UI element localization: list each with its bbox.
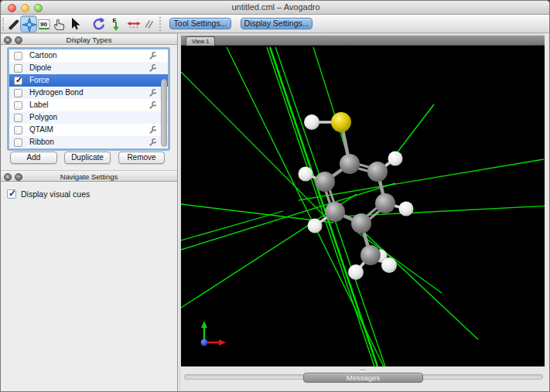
svg-text:90: 90	[40, 21, 47, 28]
force-vectors	[181, 47, 545, 366]
display-type-row[interactable]: Dipole	[9, 62, 168, 74]
align-tool-icon[interactable]	[125, 15, 142, 32]
display-settings-button[interactable]: Display Settings...	[241, 18, 313, 29]
atom-h	[348, 264, 364, 280]
display-type-label: Dipole	[29, 63, 51, 72]
atom-h	[308, 219, 323, 233]
display-type-row[interactable]: Ribbon	[9, 136, 168, 148]
add-button[interactable]: Add	[10, 152, 57, 164]
force-vector-line	[181, 72, 326, 217]
auto-optimize-tool-icon[interactable]: E	[108, 15, 125, 32]
display-type-label: Force	[29, 76, 50, 84]
display-type-row[interactable]: ✓Force	[9, 74, 168, 87]
display-type-label: Hydrogen Bond	[29, 88, 84, 97]
right-margin	[545, 33, 550, 366]
atom-c	[340, 154, 360, 174]
navigate-settings-panel-header: × − Navigate Settings	[1, 170, 177, 182]
display-types-panel-title: Display Types	[1, 36, 177, 44]
gl-viewport[interactable]	[181, 46, 545, 366]
display-type-checkbox[interactable]	[14, 114, 22, 122]
messages-splitter-handle[interactable]	[360, 370, 366, 372]
wrench-settings-icon[interactable]	[149, 126, 157, 135]
duplicate-button[interactable]: Duplicate	[64, 152, 111, 164]
tab-view-1[interactable]: View 1	[186, 36, 215, 46]
measure-tool-icon[interactable]: 90	[36, 15, 53, 32]
display-visual-cues-label: Display visual cues	[21, 189, 90, 199]
wrench-settings-icon[interactable]	[149, 52, 157, 60]
display-type-row[interactable]: QTAIM	[9, 124, 168, 136]
atom-h	[381, 257, 397, 273]
display-type-row[interactable]: Hydrogen Bond	[9, 87, 168, 99]
toolbar-separator	[159, 17, 161, 31]
atom-h	[299, 167, 313, 182]
atom-h	[304, 114, 319, 130]
display-type-checkbox[interactable]	[14, 64, 22, 73]
atom-c	[360, 245, 381, 265]
display-types-list: CartoonDipole✓ForceHydrogen BondLabelPol…	[9, 49, 169, 149]
display-type-label: Polygon	[29, 113, 57, 121]
wrench-settings-icon[interactable]	[149, 64, 157, 73]
manipulate-tool-icon[interactable]	[51, 15, 68, 32]
atom-c	[325, 202, 345, 222]
display-type-checkbox[interactable]	[14, 101, 22, 110]
atom-h	[399, 202, 414, 216]
window-title: untitled.cml – Avogadro	[1, 2, 550, 12]
atom-s	[331, 112, 351, 132]
molecule-scene	[181, 46, 545, 366]
view-tabbar: View 1	[181, 36, 545, 46]
force-vector-line	[181, 211, 283, 240]
atom-c	[375, 193, 395, 213]
bond-centric-tool-icon[interactable]	[141, 15, 158, 32]
checkmark-icon: ✓	[9, 188, 16, 199]
display-type-row[interactable]: Label	[9, 99, 168, 111]
display-type-checkbox[interactable]	[14, 138, 22, 147]
display-type-label: QTAIM	[29, 125, 53, 134]
bottom-bar: Messages	[181, 366, 550, 392]
display-type-label: Ribbon	[29, 138, 54, 146]
display-type-row[interactable]: Cartoon	[9, 49, 168, 62]
title-bar[interactable]: untitled.cml – Avogadro	[1, 1, 550, 15]
wrench-settings-icon[interactable]	[149, 138, 157, 147]
display-type-checkbox[interactable]	[14, 126, 22, 135]
atom-c	[367, 162, 388, 182]
display-type-checkbox[interactable]	[14, 89, 22, 97]
display-type-checkbox[interactable]	[14, 52, 22, 60]
force-vector-line	[299, 159, 544, 200]
messages-button[interactable]: Messages	[303, 373, 423, 383]
wrench-settings-icon[interactable]	[149, 101, 157, 110]
toolbar-drag-handle[interactable]	[2, 18, 5, 30]
wrench-settings-icon[interactable]	[149, 89, 157, 97]
auto-rotate-tool-icon[interactable]	[90, 15, 107, 32]
navigate-tool-icon[interactable]	[20, 15, 37, 32]
remove-button[interactable]: Remove	[118, 152, 165, 164]
axes-gizmo	[201, 321, 227, 346]
list-scrollbar-thumb[interactable]	[161, 79, 167, 147]
display-type-label: Cartoon	[29, 51, 57, 60]
content-area: View 1	[181, 33, 550, 392]
select-tool-icon[interactable]	[67, 15, 84, 32]
app-window: untitled.cml – Avogadro 90	[0, 0, 550, 392]
display-type-checkbox[interactable]: ✓	[14, 77, 22, 85]
toolbar: 90 E	[1, 15, 550, 33]
display-type-row[interactable]: Polygon	[9, 111, 168, 124]
atom-h	[388, 152, 403, 166]
tool-settings-button[interactable]: Tool Settings...	[169, 18, 231, 29]
navigate-settings-panel-title: Navigate Settings	[1, 172, 177, 181]
display-visual-cues-checkbox[interactable]: ✓	[7, 189, 16, 199]
sidebar: × − Display Types CartoonDipole✓ForceHyd…	[1, 33, 178, 392]
atom-c	[315, 172, 335, 192]
atom-c	[351, 213, 371, 233]
force-vector-line	[227, 47, 384, 366]
checkmark-icon: ✓	[15, 75, 22, 85]
force-vector-line	[270, 47, 377, 366]
display-types-panel-header: × − Display Types	[1, 33, 177, 45]
display-type-label: Label	[29, 101, 48, 109]
